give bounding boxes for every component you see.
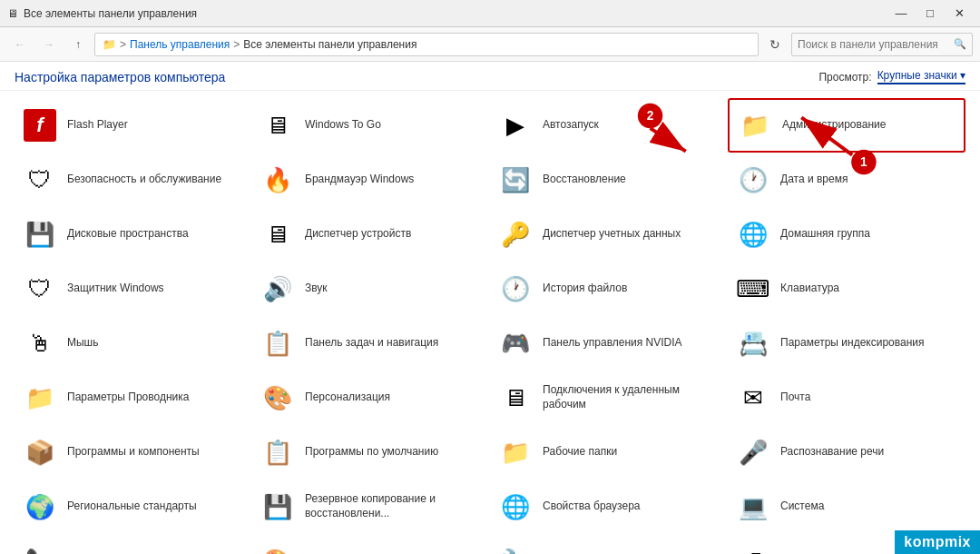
devices-icon: 🖨 xyxy=(735,543,771,554)
item-label-programs: Программы и компоненты xyxy=(67,445,200,460)
refresh-button[interactable]: ↻ xyxy=(762,32,788,57)
control-item-recovery[interactable]: 🔄Восстановление xyxy=(490,153,728,207)
item-label-indexing: Параметры индексирования xyxy=(780,336,924,351)
control-item-explorer[interactable]: 📁Параметры Проводника xyxy=(15,371,252,425)
view-value: Крупные значки ▾ xyxy=(877,69,965,82)
control-item-datetime[interactable]: 🕐Дата и время xyxy=(728,153,965,207)
path-part-1[interactable]: Панель управления xyxy=(130,38,230,51)
item-label-speech: Распознавание речи xyxy=(780,445,884,460)
control-item-security[interactable]: 🛡Безопасность и обслуживание xyxy=(15,153,252,207)
control-item-defaultprog[interactable]: 📋Программы по умолчанию xyxy=(252,425,490,480)
disk-icon: 💾 xyxy=(22,216,58,252)
search-box[interactable]: 🔍 xyxy=(791,33,973,56)
view-dropdown[interactable]: Крупные значки ▾ xyxy=(877,69,965,84)
control-item-mouse[interactable]: 🖱Мышь xyxy=(15,316,252,371)
control-item-sound[interactable]: 🔊Звук xyxy=(252,262,490,316)
indexing-icon: 📇 xyxy=(735,325,771,361)
control-item-workfolders[interactable]: 📁Рабочие папки xyxy=(490,425,728,480)
window-icon: 🖥 xyxy=(7,7,18,20)
close-button[interactable]: ✕ xyxy=(946,5,973,23)
item-label-keyboard: Клавиатура xyxy=(780,282,839,296)
view-options: Просмотр: Крупные значки ▾ xyxy=(818,69,965,84)
backup-icon: 💾 xyxy=(260,489,296,525)
item-label-accounts: Диспетчер учетных данных xyxy=(543,227,681,242)
maximize-button[interactable]: □ xyxy=(916,5,944,23)
control-item-defender[interactable]: 🛡Защитник Windows xyxy=(15,262,252,316)
control-item-remotedesktop[interactable]: 🖥Подключения к удаленным рабочим xyxy=(490,371,728,425)
window-title: Все элементы панели управления xyxy=(24,7,197,20)
item-label-mail: Почта xyxy=(780,391,810,405)
keyboard-icon: ⌨ xyxy=(735,271,771,307)
control-item-homegroup[interactable]: 🌐Домашняя группа xyxy=(728,207,965,262)
control-item-admin[interactable]: 📁Администрирование xyxy=(728,98,965,153)
control-item-system[interactable]: 💻Система xyxy=(728,480,965,534)
control-item-keyboard[interactable]: ⌨Клавиатура xyxy=(728,262,965,316)
control-item-taskbar[interactable]: 📋Панель задач и навигация xyxy=(252,316,490,371)
forward-button[interactable]: → xyxy=(36,32,62,57)
item-label-autorun: Автозапуск xyxy=(543,118,599,133)
item-label-workfolders: Рабочие папки xyxy=(543,445,617,460)
accounts-icon: 🔑 xyxy=(497,216,534,252)
control-item-region[interactable]: 🌍Региональные стандарты xyxy=(15,480,252,534)
item-label-filehistory: История файлов xyxy=(543,282,627,296)
troubleshoot-icon: 🔧 xyxy=(497,543,534,554)
control-item-accounts[interactable]: 🔑Диспетчер учетных данных xyxy=(490,207,728,262)
item-label-mouse: Мышь xyxy=(67,336,99,351)
flash-icon: f xyxy=(22,107,58,143)
mail-icon: ✉ xyxy=(735,380,771,416)
control-item-programs[interactable]: 📦Программы и компоненты xyxy=(15,425,252,480)
control-item-mail[interactable]: ✉Почта xyxy=(728,371,965,425)
control-item-windows[interactable]: 🖥Windows To Go xyxy=(252,98,490,153)
control-item-backup[interactable]: 💾Резервное копирование и восстановлени..… xyxy=(252,480,490,534)
title-bar: 🖥 Все элементы панели управления — □ ✕ xyxy=(0,0,980,27)
item-label-explorer: Параметры Проводника xyxy=(67,391,189,405)
control-item-firewall[interactable]: 🔥Брандмауэр Windows xyxy=(252,153,490,207)
item-label-ieoptions: Свойства браузера xyxy=(543,500,641,514)
control-item-troubleshoot[interactable]: 🔧Устранение неполадок xyxy=(490,534,728,554)
homegroup-icon: 🌐 xyxy=(735,216,771,252)
nvidia-icon: 🎮 xyxy=(497,325,534,361)
control-item-colormanage[interactable]: 🎨Управление цветом xyxy=(252,534,490,554)
address-path[interactable]: 📁 > Панель управления > Все элементы пан… xyxy=(94,33,759,56)
datetime-icon: 🕐 xyxy=(735,162,771,198)
control-item-filehistory[interactable]: 🕐История файлов xyxy=(490,262,728,316)
item-label-system: Система xyxy=(780,500,824,514)
control-item-phone[interactable]: 📞Телефон и модем xyxy=(15,534,252,554)
control-item-flash[interactable]: fFlash Player xyxy=(15,98,252,153)
control-item-indexing[interactable]: 📇Параметры индексирования xyxy=(728,316,965,371)
control-item-disk[interactable]: 💾Дисковые пространства xyxy=(15,207,252,262)
region-icon: 🌍 xyxy=(22,489,58,525)
item-label-windows: Windows To Go xyxy=(305,118,381,133)
item-label-sound: Звук xyxy=(305,282,328,296)
security-icon: 🛡 xyxy=(22,162,58,198)
filehistory-icon: 🕐 xyxy=(497,271,534,307)
content-header: Настройка параметров компьютера Просмотр… xyxy=(0,62,980,91)
control-item-speech[interactable]: 🎤Распознавание речи xyxy=(728,425,965,480)
remotedesktop-icon: 🖥 xyxy=(497,380,534,416)
system-icon: 💻 xyxy=(735,489,771,525)
back-button[interactable]: ← xyxy=(7,32,33,57)
control-item-autorun[interactable]: ▶Автозапуск xyxy=(490,98,728,153)
page-title: Настройка параметров компьютера xyxy=(15,70,225,84)
search-input[interactable] xyxy=(798,38,950,51)
path-part-2: Все элементы панели управления xyxy=(243,38,416,51)
item-label-backup: Резервное копирование и восстановлени... xyxy=(305,492,483,520)
view-label: Просмотр: xyxy=(818,71,871,84)
defender-icon: 🛡 xyxy=(22,271,58,307)
minimize-button[interactable]: — xyxy=(887,5,915,23)
search-icon: 🔍 xyxy=(954,38,966,50)
control-item-ieoptions[interactable]: 🌐Свойства браузера xyxy=(490,480,728,534)
firewall-icon: 🔥 xyxy=(260,162,296,198)
item-label-datetime: Дата и время xyxy=(780,173,848,187)
recovery-icon: 🔄 xyxy=(497,162,534,198)
autorun-icon: ▶ xyxy=(497,107,534,143)
item-label-devmgr: Диспетчер устройств xyxy=(305,227,411,242)
control-item-devmgr[interactable]: 🖥Диспетчер устройств xyxy=(252,207,490,262)
item-label-recovery: Восстановление xyxy=(543,173,626,187)
defaultprog-icon: 📋 xyxy=(260,434,296,470)
control-item-personalization[interactable]: 🎨Персонализация xyxy=(252,371,490,425)
control-item-nvidia[interactable]: 🎮Панель управления NVIDIA xyxy=(490,316,728,371)
up-button[interactable]: ↑ xyxy=(65,32,91,57)
workfolders-icon: 📁 xyxy=(497,434,534,470)
speech-icon: 🎤 xyxy=(735,434,771,470)
